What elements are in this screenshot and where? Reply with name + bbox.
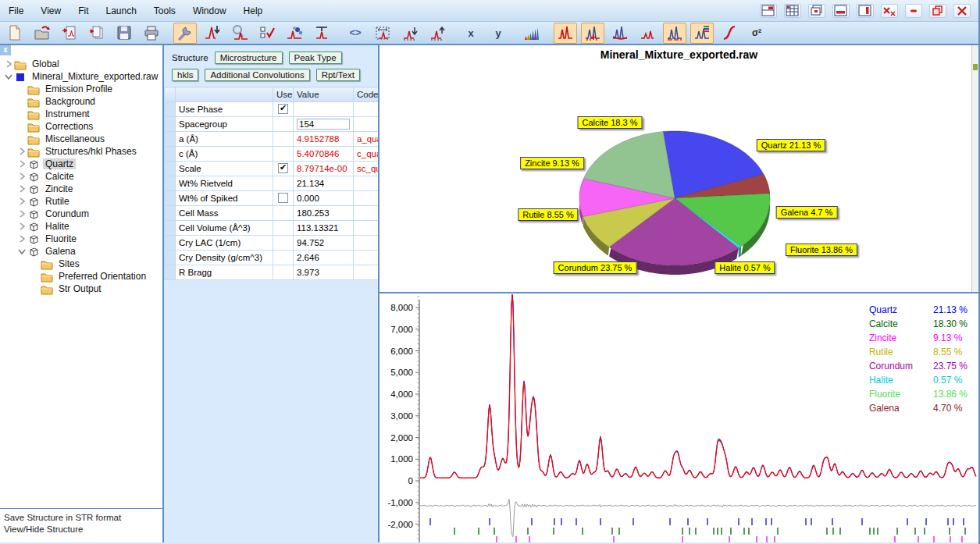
sidebar-item-galena[interactable]: Galena xyxy=(0,245,162,258)
sidebar-item-rutile[interactable]: Rutile xyxy=(0,195,162,208)
close-icon[interactable] xyxy=(953,4,971,18)
sidebar-item-str-output[interactable]: Str Output xyxy=(0,283,162,295)
tree-expander-collapsed-icon[interactable] xyxy=(16,158,27,169)
tree-expander-collapsed-icon[interactable] xyxy=(16,208,27,219)
checkbox-unchecked[interactable] xyxy=(278,193,288,203)
split-bottom-icon[interactable] xyxy=(832,4,850,18)
menu-item-window[interactable]: Window xyxy=(184,2,235,20)
code-cell[interactable] xyxy=(354,102,380,117)
sidebar-item-corrections[interactable]: Corrections xyxy=(0,120,162,133)
tree-expander-collapsed-icon[interactable] xyxy=(16,196,27,207)
scan-ticks-icon[interactable] xyxy=(581,23,604,44)
save-icon[interactable] xyxy=(112,23,136,44)
scan-small-icon[interactable] xyxy=(636,23,659,44)
code-cell[interactable]: sc_qu xyxy=(354,162,380,176)
value-cell[interactable]: 2.646 xyxy=(294,251,354,265)
value-cell[interactable]: 21.134 xyxy=(294,176,354,191)
sidebar-item-instrument[interactable]: Instrument xyxy=(0,108,162,120)
code-cell[interactable] xyxy=(354,206,380,221)
value-cell[interactable] xyxy=(294,102,354,117)
tree-expander-collapsed-icon[interactable] xyxy=(16,146,27,157)
sidebar-item-calcite[interactable]: Calcite xyxy=(0,170,162,183)
tab-structure[interactable]: Structure xyxy=(172,53,208,62)
sidebar-item-quartz[interactable]: Quartz xyxy=(0,158,162,170)
sidebar-item-miscellaneous[interactable]: Miscellaneous xyxy=(0,133,162,145)
sidebar-item-sites[interactable]: Sites xyxy=(0,258,162,270)
value-cell[interactable]: 5.4070846 xyxy=(294,147,354,162)
code-cell[interactable] xyxy=(354,265,380,280)
layout-top-icon[interactable] xyxy=(760,4,777,18)
value-cell[interactable]: 0.000 xyxy=(294,191,354,206)
tab-hkls[interactable]: hkls xyxy=(172,69,198,81)
tree-expander-collapsed-icon[interactable] xyxy=(16,233,27,244)
checkbox-checked[interactable] xyxy=(278,104,288,114)
split-right-icon[interactable] xyxy=(857,4,874,18)
sidebar-item-emission-profile[interactable]: Emission Profile xyxy=(0,83,162,95)
peak-search-icon[interactable] xyxy=(228,23,251,44)
menu-item-help[interactable]: Help xyxy=(235,2,272,20)
code-cell[interactable] xyxy=(354,191,380,206)
sidebar-item-fluorite[interactable]: Fluorite xyxy=(0,233,162,245)
tree-expander-collapsed-icon[interactable] xyxy=(16,183,27,194)
sidebar-item-preferred-orientation[interactable]: Preferred Orientation xyxy=(0,270,162,283)
cascade-icon[interactable] xyxy=(808,4,825,18)
scan-hkl-ticks-icon[interactable] xyxy=(663,23,686,44)
code-cell[interactable] xyxy=(354,117,380,132)
menu-item-file[interactable]: File xyxy=(0,2,32,20)
new-file-icon[interactable] xyxy=(3,23,27,44)
code-cell[interactable] xyxy=(354,251,380,265)
restore-icon[interactable] xyxy=(929,4,946,18)
code-cell[interactable]: c_qua xyxy=(354,147,380,162)
shift-peak-up-icon[interactable] xyxy=(426,23,449,44)
value-cell[interactable]: 3.973 xyxy=(294,265,354,280)
value-editbox[interactable]: 154 xyxy=(297,119,350,130)
tab-rpt-text[interactable]: Rpt/Text xyxy=(316,69,360,81)
menu-item-view[interactable]: View xyxy=(32,2,69,20)
minimize-icon[interactable] xyxy=(905,4,922,18)
sidebar-item-halite[interactable]: Halite xyxy=(0,220,162,233)
print-icon[interactable] xyxy=(140,23,163,44)
sidebar-item-structures-hkl-phases[interactable]: Structures/hkl Phases xyxy=(0,145,162,158)
code-view-icon[interactable]: <> xyxy=(344,23,367,44)
options-wrench-icon[interactable] xyxy=(173,23,197,44)
x-axis-icon[interactable]: x xyxy=(459,23,483,44)
scan-legend-icon[interactable] xyxy=(690,23,714,44)
sidebar-item-mineral-mixture-exported-raw[interactable]: Mineral_Mixture_exported.raw xyxy=(0,70,162,83)
shift-peak-down-icon[interactable] xyxy=(398,23,422,44)
close-window-icon[interactable] xyxy=(881,4,898,18)
panel-close-button[interactable]: x xyxy=(0,45,11,55)
code-cell[interactable] xyxy=(354,221,380,236)
spline-icon[interactable] xyxy=(718,23,741,44)
menu-item-launch[interactable]: Launch xyxy=(97,2,144,20)
sidebar-item-zincite[interactable]: Zincite xyxy=(0,183,162,195)
code-cell[interactable]: a_qua xyxy=(354,132,380,147)
value-cell[interactable]: 113.13321 xyxy=(294,221,354,236)
menu-item-fit[interactable]: Fit xyxy=(69,2,97,20)
tab-peak-type[interactable]: Peak Type xyxy=(289,52,342,64)
value-cell[interactable]: 154 xyxy=(294,117,354,132)
value-cell[interactable]: 94.752 xyxy=(294,236,354,251)
value-cell[interactable]: 8.79714e-00 xyxy=(294,162,354,176)
peak-width-icon[interactable] xyxy=(310,23,333,44)
insert-peak-icon[interactable] xyxy=(201,23,224,44)
grid-icon[interactable] xyxy=(784,4,801,18)
import-doc-icon[interactable] xyxy=(85,23,109,44)
tab-microstructure[interactable]: Microstructure xyxy=(215,52,283,64)
tree-expander-collapsed-icon[interactable] xyxy=(3,59,14,69)
code-cell[interactable] xyxy=(354,176,380,191)
value-cell[interactable]: 4.9152788 xyxy=(294,132,354,147)
checkbox-checked[interactable] xyxy=(278,163,288,173)
value-cell[interactable]: 180.253 xyxy=(294,206,354,221)
tree-expander-collapsed-icon[interactable] xyxy=(16,171,27,182)
sidebar-item-background[interactable]: Background xyxy=(0,95,162,108)
tree-expander-expanded-icon[interactable] xyxy=(16,246,27,257)
tree-expander-collapsed-icon[interactable] xyxy=(16,221,27,232)
fit-options-icon[interactable] xyxy=(255,23,279,44)
y-axis-icon[interactable]: y xyxy=(486,23,510,44)
structure-fit-icon[interactable] xyxy=(283,23,306,44)
sidebar-item-global[interactable]: Global xyxy=(0,58,162,70)
open-file-icon[interactable] xyxy=(30,23,54,44)
menu-item-tools[interactable]: Tools xyxy=(145,2,184,20)
tab-additional-convolutions[interactable]: Additional Convolutions xyxy=(205,69,309,81)
scan-background-icon[interactable] xyxy=(608,23,632,44)
